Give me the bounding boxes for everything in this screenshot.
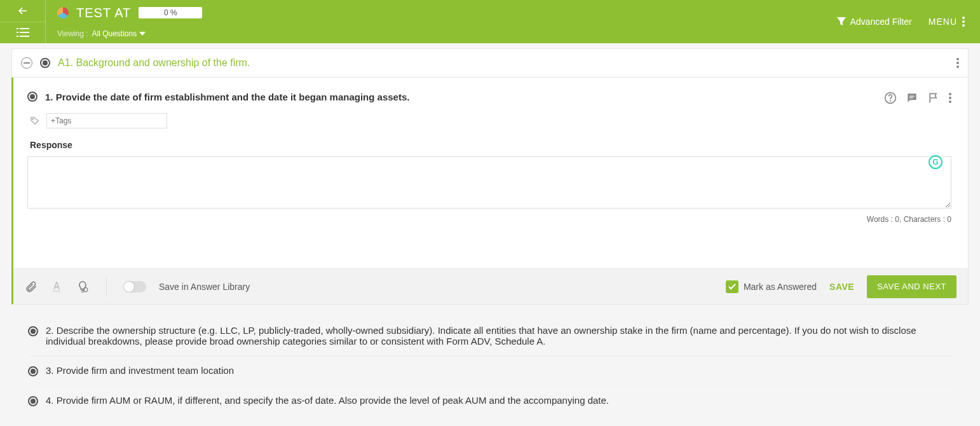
title-row: TEST AT 0 % — [57, 2, 202, 24]
filter-icon — [837, 17, 846, 26]
more-vert-icon — [962, 17, 965, 27]
back-button[interactable] — [0, 0, 45, 22]
svg-point-7 — [962, 20, 965, 23]
section-radio-icon — [40, 58, 50, 68]
question-radio-icon — [28, 326, 38, 336]
svg-rect-3 — [20, 32, 29, 33]
tags-row — [30, 113, 951, 128]
more-vert-icon — [956, 58, 959, 68]
section-header: A1. Background and ownership of the firm… — [11, 48, 969, 78]
other-questions-list: 2. Describe the ownership structure (e.g… — [11, 305, 969, 415]
app-title: TEST AT — [76, 6, 131, 20]
question-radio-icon — [28, 396, 38, 406]
top-bar-right: Advanced Filter MENU — [837, 0, 980, 43]
question-body: 1. Provide the date of firm establishmen… — [13, 78, 968, 230]
question-row[interactable]: 4. Provide firm AUM or RAUM, if differen… — [28, 386, 952, 415]
section-more-button[interactable] — [956, 58, 959, 68]
mark-answered-label: Mark as Answered — [744, 282, 817, 292]
lightbulb-icon — [76, 280, 90, 294]
arrow-left-icon — [17, 4, 29, 17]
save-button[interactable]: SAVE — [829, 282, 854, 292]
progress-indicator: 0 % — [139, 7, 202, 18]
title-column: TEST AT 0 % Viewing : All Questions — [46, 0, 202, 43]
viewing-row: Viewing : All Questions — [57, 26, 202, 41]
viewing-value-text: All Questions — [92, 29, 137, 38]
response-label: Response — [30, 140, 951, 150]
check-icon — [726, 280, 738, 293]
word-character-counter: Words : 0, Characters : 0 — [27, 215, 951, 224]
section-title: A1. Background and ownership of the firm… — [58, 57, 250, 69]
svg-rect-16 — [909, 97, 913, 98]
viewing-label: Viewing : — [57, 29, 88, 38]
question-card: 1. Provide the date of firm establishmen… — [11, 78, 969, 305]
svg-point-12 — [956, 65, 959, 68]
question-radio-icon — [27, 92, 37, 102]
svg-rect-21 — [53, 290, 60, 292]
list-button[interactable] — [0, 22, 45, 44]
minus-icon — [24, 62, 30, 64]
menu-label: MENU — [929, 17, 957, 27]
svg-point-14 — [890, 100, 891, 101]
help-button[interactable] — [884, 92, 897, 104]
mark-answered-checkbox[interactable]: Mark as Answered — [726, 280, 817, 293]
help-icon — [884, 92, 897, 104]
svg-point-18 — [949, 97, 951, 99]
attachment-button[interactable] — [25, 280, 37, 294]
svg-point-20 — [32, 119, 33, 120]
collapse-button[interactable] — [21, 57, 32, 69]
svg-rect-9 — [24, 62, 30, 64]
text-color-icon — [50, 280, 63, 293]
svg-point-22 — [83, 287, 87, 291]
flag-button[interactable] — [927, 92, 940, 104]
question-row-text: 4. Provide firm AUM or RAUM, if differen… — [46, 395, 609, 406]
toolbar-right: Mark as Answered SAVE SAVE AND NEXT — [726, 275, 956, 298]
suggestion-button[interactable] — [76, 280, 90, 294]
svg-point-6 — [962, 17, 965, 19]
comment-button[interactable] — [906, 92, 918, 104]
viewing-dropdown[interactable]: All Questions — [92, 29, 146, 38]
svg-point-8 — [962, 24, 965, 27]
menu-button[interactable]: MENU — [929, 17, 965, 27]
grammarly-icon[interactable]: G — [929, 155, 943, 169]
save-and-next-button[interactable]: SAVE AND NEXT — [867, 275, 956, 298]
svg-rect-2 — [17, 32, 18, 33]
toolbar-divider — [106, 278, 107, 296]
top-bar: TEST AT 0 % Viewing : All Questions Adva… — [0, 0, 980, 43]
top-bar-left: TEST AT 0 % Viewing : All Questions — [0, 0, 202, 43]
question-row-text: 3. Provide firm and investment team loca… — [46, 365, 234, 376]
chevron-down-icon — [139, 32, 146, 36]
question-actions — [884, 92, 951, 104]
nav-column — [0, 0, 46, 43]
more-vert-icon — [949, 93, 951, 103]
save-library-label: Save in Answer Library — [159, 282, 250, 292]
question-row-text: 2. Describe the ownership structure (e.g… — [46, 325, 952, 347]
question-row[interactable]: 3. Provide firm and investment team loca… — [28, 356, 952, 386]
question-toolbar: Save in Answer Library Mark as Answered … — [13, 268, 968, 304]
svg-rect-0 — [17, 28, 18, 29]
question-header: 1. Provide the date of firm establishmen… — [27, 92, 951, 104]
question-more-button[interactable] — [949, 93, 951, 103]
content: A1. Background and ownership of the firm… — [0, 43, 980, 415]
text-color-button[interactable] — [50, 280, 63, 293]
svg-point-10 — [956, 58, 959, 60]
svg-point-19 — [949, 100, 951, 103]
advanced-filter-button[interactable]: Advanced Filter — [837, 17, 911, 27]
tag-icon — [30, 116, 40, 126]
svg-point-17 — [949, 93, 951, 95]
svg-point-11 — [956, 62, 959, 64]
save-library-toggle[interactable] — [123, 281, 146, 292]
paperclip-icon — [25, 280, 37, 294]
app-logo-icon — [57, 7, 69, 18]
svg-rect-15 — [909, 96, 915, 97]
question-radio-icon — [28, 366, 38, 376]
list-icon — [17, 28, 29, 37]
chat-icon — [906, 92, 918, 104]
response-textarea[interactable] — [27, 156, 951, 209]
svg-rect-5 — [20, 36, 29, 37]
question-text: 1. Provide the date of firm establishmen… — [45, 92, 876, 102]
svg-rect-4 — [17, 36, 18, 37]
question-row[interactable]: 2. Describe the ownership structure (e.g… — [28, 316, 952, 356]
advanced-filter-label: Advanced Filter — [850, 17, 911, 27]
tags-input[interactable] — [46, 113, 167, 128]
flag-icon — [927, 92, 940, 104]
